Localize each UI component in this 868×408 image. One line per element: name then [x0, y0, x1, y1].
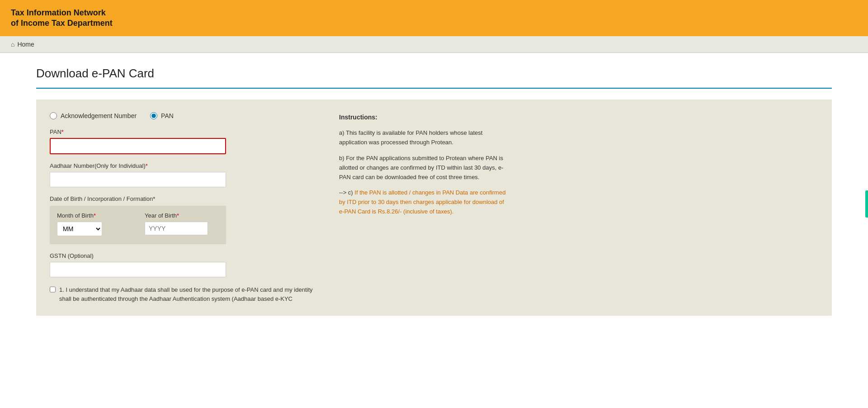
- radio-pan-input[interactable]: [150, 112, 157, 119]
- home-icon: ⌂: [11, 41, 14, 48]
- gstn-label: GSTN (Optional): [50, 252, 321, 259]
- year-field: Year of Birth*: [145, 212, 219, 236]
- month-label: Month of Birth*: [57, 212, 131, 219]
- pan-required: *: [61, 128, 64, 135]
- pan-input[interactable]: [50, 138, 226, 154]
- home-link[interactable]: Home: [17, 41, 34, 48]
- radio-pan-label: PAN: [161, 112, 174, 119]
- dob-fields-wrapper: Month of Birth* MM 01 02 03 04 05 06 07 …: [50, 206, 226, 244]
- instructions-title: Instructions:: [339, 112, 511, 122]
- instruction-c: --> c) If the PAN is allotted / changes …: [339, 188, 511, 216]
- scroll-indicator[interactable]: [865, 190, 868, 218]
- year-input[interactable]: [145, 222, 208, 235]
- dob-section: Date of Birth / Incorporation / Formatio…: [50, 195, 321, 244]
- aadhaar-label: Aadhaar Number(Only for Individual)*: [50, 162, 321, 169]
- radio-pan[interactable]: PAN: [150, 112, 174, 119]
- site-header: Tax Information Network of Income Tax De…: [0, 0, 868, 36]
- aadhaar-field-group: Aadhaar Number(Only for Individual)*: [50, 162, 321, 187]
- instructions-content: Instructions: a) This facility is availa…: [339, 112, 511, 217]
- pan-field-group: PAN*: [50, 128, 321, 154]
- instruction-a: a) This facility is available for PAN ho…: [339, 128, 511, 147]
- pan-label: PAN*: [50, 128, 321, 135]
- page-content: Download e-PAN Card Acknowledgement Numb…: [0, 53, 868, 329]
- section-divider: [36, 88, 832, 89]
- instructions-panel: Instructions: a) This facility is availa…: [339, 112, 511, 303]
- instruction-b: b) For the PAN applications submitted to…: [339, 154, 511, 182]
- aadhaar-consent-checkbox[interactable]: [50, 286, 56, 293]
- checkbox-row: 1. I understand that my Aadhaar data sha…: [50, 285, 321, 303]
- form-left: Acknowledgement Number PAN PAN* Aadhaar …: [50, 112, 321, 303]
- checkbox-label: 1. I understand that my Aadhaar data sha…: [59, 285, 321, 303]
- page-title: Download e-PAN Card: [36, 66, 832, 81]
- radio-acknowledgement[interactable]: Acknowledgement Number: [50, 112, 137, 119]
- dob-section-label: Date of Birth / Incorporation / Formatio…: [50, 195, 321, 202]
- month-field: Month of Birth* MM 01 02 03 04 05 06 07 …: [57, 212, 131, 236]
- year-label: Year of Birth*: [145, 212, 219, 219]
- breadcrumb: ⌂ Home: [0, 36, 868, 53]
- radio-acknowledgement-label: Acknowledgement Number: [61, 112, 137, 119]
- aadhaar-input[interactable]: [50, 172, 226, 187]
- radio-acknowledgement-input[interactable]: [50, 112, 57, 119]
- site-title: Tax Information Network of Income Tax De…: [11, 8, 113, 29]
- form-container: Acknowledgement Number PAN PAN* Aadhaar …: [36, 100, 832, 316]
- radio-group: Acknowledgement Number PAN: [50, 112, 321, 119]
- aadhaar-required: *: [146, 162, 148, 169]
- month-select[interactable]: MM 01 02 03 04 05 06 07 08 09 10 11: [57, 222, 102, 236]
- gstn-field-group: GSTN (Optional): [50, 252, 321, 277]
- gstn-input[interactable]: [50, 262, 226, 277]
